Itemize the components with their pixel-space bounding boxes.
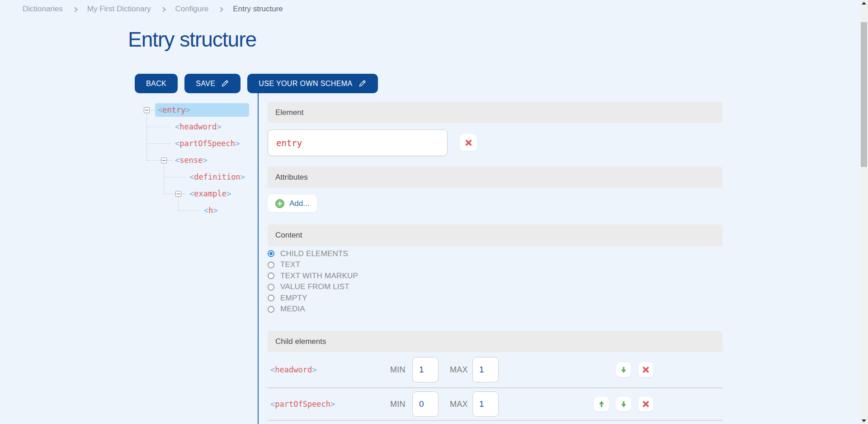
back-button-label: BACK (146, 80, 166, 88)
page-title: Entry structure (128, 27, 256, 52)
scrollbar-track[interactable] (860, 0, 868, 424)
element-tree: <entry> <headword> <partOfSpeech> <sense… (144, 101, 257, 224)
min-input[interactable] (412, 391, 439, 417)
add-attribute-label: Add... (289, 199, 309, 208)
radio-icon (268, 284, 274, 291)
scroll-down-icon[interactable] (862, 419, 866, 422)
bracket: < (175, 139, 179, 148)
radio-value-from-list[interactable]: VALUE FROM LIST (268, 283, 358, 291)
tree-node-label: entry (162, 105, 185, 114)
bracket: > (241, 172, 245, 181)
radio-icon (268, 272, 274, 279)
delete-child-button[interactable] (638, 362, 653, 377)
delete-icon (465, 139, 472, 147)
tree-node-partofspeech[interactable]: <partOfSpeech> (172, 135, 243, 152)
panel-divider (258, 93, 259, 424)
arrow-down-icon (620, 366, 627, 374)
min-input[interactable] (412, 357, 439, 382)
scroll-up-icon[interactable] (862, 2, 866, 5)
save-button[interactable]: SAVE (184, 74, 241, 93)
bracket: < (175, 122, 179, 131)
delete-child-button[interactable] (638, 397, 653, 412)
child-element-tag: <partOfSpeech> (270, 400, 335, 409)
bracket: > (226, 189, 231, 198)
plus-icon (275, 199, 284, 208)
element-name-input[interactable] (268, 129, 448, 156)
scrollbar-thumb[interactable] (861, 22, 867, 167)
bracket: < (158, 105, 162, 114)
move-up-button[interactable] (594, 397, 609, 412)
radio-icon (268, 306, 274, 313)
content-type-radio-group: CHILD ELEMENTS TEXT TEXT WITH MARKUP VAL… (268, 250, 358, 313)
bracket: < (270, 400, 275, 409)
breadcrumb: Dictionaries My First Dictionary Configu… (23, 4, 283, 14)
breadcrumb-configure[interactable]: Configure (175, 5, 209, 14)
tree-node-example[interactable]: <example> (187, 186, 235, 202)
min-label: MIN (390, 400, 406, 409)
max-label: MAX (450, 400, 468, 409)
tree-node-label: partOfSpeech (179, 139, 235, 148)
use-your-own-schema-label: USE YOUR OWN SCHEMA (259, 80, 352, 88)
child-elements-section-title: Child elements (275, 337, 326, 346)
child-element-name: headword (275, 365, 312, 374)
pencil-icon (358, 79, 367, 88)
max-input[interactable] (472, 391, 499, 417)
bracket: < (189, 189, 194, 198)
bracket: > (185, 105, 190, 114)
add-attribute-button[interactable]: Add... (268, 195, 317, 212)
radio-text-with-markup[interactable]: TEXT WITH MARKUP (268, 272, 358, 280)
child-element-tag: <headword> (270, 365, 316, 374)
radio-text[interactable]: TEXT (268, 261, 358, 269)
arrow-up-icon (598, 400, 605, 408)
radio-label: MEDIA (280, 305, 305, 314)
move-down-button[interactable] (616, 362, 631, 377)
radio-media[interactable]: MEDIA (268, 305, 358, 313)
tree-connector (146, 113, 147, 160)
tree-node-sense[interactable]: <sense> (172, 152, 211, 168)
bracket: > (312, 365, 316, 374)
radio-icon (268, 295, 274, 301)
element-section-header: Element (268, 102, 722, 123)
tree-connector (181, 194, 187, 194)
breadcrumb-dictionary[interactable]: My First Dictionary (87, 5, 151, 14)
delete-element-button[interactable] (460, 134, 477, 151)
radio-label: TEXT WITH MARKUP (280, 272, 358, 281)
max-input[interactable] (472, 357, 499, 382)
child-elements-section-header: Child elements (268, 331, 722, 352)
child-element-name: partOfSpeech (275, 400, 330, 409)
tree-connector (146, 127, 171, 127)
collapse-icon[interactable] (175, 191, 181, 197)
arrow-down-icon (620, 400, 627, 408)
back-button[interactable]: BACK (135, 74, 178, 93)
toolbar: BACK SAVE USE YOUR OWN SCHEMA (135, 74, 378, 93)
collapse-icon[interactable] (161, 157, 167, 163)
delete-icon (642, 400, 650, 408)
tree-node-label: sense (179, 156, 203, 165)
breadcrumb-entry-structure: Entry structure (233, 5, 283, 14)
tree-connector (164, 177, 185, 177)
child-element-row-partofspeech: <partOfSpeech> MIN MAX (268, 388, 722, 421)
tree-node-h[interactable]: <h> (201, 202, 222, 219)
chevron-right-icon (72, 7, 77, 12)
radio-label: CHILD ELEMENTS (280, 249, 348, 258)
element-section-title: Element (275, 108, 303, 117)
tree-node-label: example (194, 189, 226, 198)
radio-child-elements[interactable]: CHILD ELEMENTS (268, 250, 358, 257)
tree-node-label: h (208, 206, 213, 215)
move-down-button[interactable] (616, 397, 631, 412)
content-section-header: Content (268, 224, 722, 246)
breadcrumb-dictionaries[interactable]: Dictionaries (23, 5, 63, 14)
use-your-own-schema-button[interactable]: USE YOUR OWN SCHEMA (247, 74, 377, 93)
content-section-title: Content (275, 231, 302, 240)
tree-connector (167, 160, 172, 161)
bracket: < (189, 172, 194, 181)
child-element-row-headword: <headword> MIN MAX (268, 352, 722, 388)
tree-node-headword[interactable]: <headword> (172, 119, 225, 135)
bracket: < (175, 156, 179, 165)
tree-connector (178, 210, 200, 211)
tree-node-definition[interactable]: <definition> (187, 169, 249, 185)
bracket: < (204, 206, 208, 215)
collapse-icon[interactable] (144, 107, 150, 113)
tree-node-entry[interactable]: <entry> (155, 102, 249, 118)
radio-empty[interactable]: EMPTY (268, 294, 358, 302)
